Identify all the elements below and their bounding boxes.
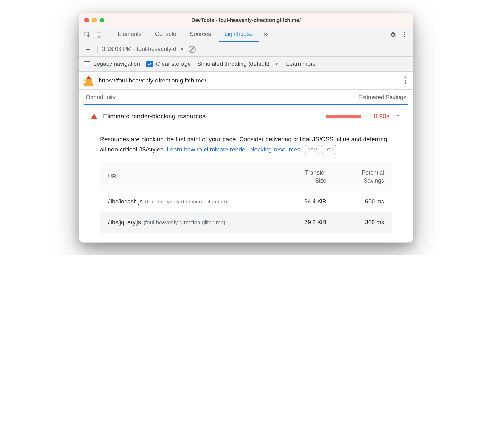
audit-title: Eliminate render-blocking resources: [103, 113, 206, 120]
row-size: 79.2 KiB: [275, 219, 326, 226]
titlebar: DevTools - foul-heavenly-direction.glitc…: [79, 13, 413, 27]
audit-row[interactable]: Eliminate render-blocking resources 0.90…: [84, 104, 408, 128]
legacy-navigation-checkbox[interactable]: [84, 61, 90, 67]
row-host: (foul-heavenly-direction.glitch.me): [145, 199, 227, 205]
legacy-navigation-label: Legacy navigation: [93, 61, 140, 67]
svg-point-3: [404, 32, 405, 33]
audit-desc-dot: .: [300, 146, 302, 153]
clear-storage-option[interactable]: Clear storage: [146, 61, 191, 67]
clear-storage-label: Clear storage: [156, 61, 191, 67]
tab-sources[interactable]: Sources: [184, 27, 217, 42]
table-row: /libs/jquery.js(foul-heavenly-direction.…: [100, 212, 392, 233]
savings-heading: Estimated Savings: [358, 94, 406, 101]
metric-pill-lcp: LCP: [322, 145, 336, 154]
th-transfer: TransferSize: [275, 169, 326, 185]
new-report-button[interactable]: ＋: [83, 45, 93, 54]
row-savings: 600 ms: [326, 198, 384, 205]
lighthouse-icon: [84, 75, 93, 86]
settings-icon[interactable]: [388, 30, 398, 39]
row-path: /libs/jquery.js: [108, 219, 141, 226]
row-path: /libs/lodash.js: [108, 198, 143, 205]
page-url: https://foul-heavenly-direction.glitch.m…: [99, 77, 398, 84]
device-toolbar-icon[interactable]: [94, 30, 104, 39]
svg-point-5: [404, 36, 405, 37]
svg-point-2: [99, 36, 99, 37]
minimize-icon[interactable]: [92, 18, 97, 22]
tab-lighthouse[interactable]: Lighthouse: [219, 27, 259, 42]
lighthouse-toolbar: ＋ 3:18:06 PM - foul-heavenly-di ▼: [79, 42, 413, 57]
legacy-navigation-option[interactable]: Legacy navigation: [84, 61, 140, 67]
report-url-row: https://foul-heavenly-direction.glitch.m…: [79, 72, 413, 90]
opportunity-heading: Opportunity: [86, 94, 116, 101]
row-url: /libs/jquery.js(foul-heavenly-direction.…: [108, 219, 275, 226]
row-size: 94.4 KiB: [275, 198, 326, 205]
chevron-down-icon: ▼: [180, 47, 184, 52]
learn-more-link[interactable]: Learn more: [286, 61, 316, 67]
row-savings: 300 ms: [326, 219, 384, 226]
panel-tabbar: Elements Console Sources Lighthouse: [79, 27, 413, 42]
row-url: /libs/lodash.js(foul-heavenly-direction.…: [108, 198, 275, 205]
chevron-up-icon: [395, 113, 401, 120]
more-tabs-icon[interactable]: [260, 30, 270, 39]
th-potential: PotentialSavings: [326, 169, 384, 185]
close-icon[interactable]: [84, 18, 89, 22]
tab-elements[interactable]: Elements: [112, 27, 147, 42]
opportunity-section-header: Opportunity Estimated Savings: [79, 90, 413, 104]
table-header: URL TransferSize PotentialSavings: [100, 162, 392, 191]
window-title: DevTools - foul-heavenly-direction.glitc…: [79, 17, 413, 23]
audit-savings: 0.90s: [367, 113, 390, 120]
tab-console[interactable]: Console: [149, 27, 182, 42]
svg-point-4: [404, 34, 405, 35]
maximize-icon[interactable]: [100, 18, 104, 22]
traffic-lights: [84, 18, 104, 22]
divider: [97, 46, 98, 53]
clear-report-icon[interactable]: [189, 46, 196, 53]
report-select-label: 3:18:06 PM - foul-heavenly-di: [102, 46, 178, 53]
resources-table: URL TransferSize PotentialSavings /libs/…: [100, 162, 392, 233]
row-host: (foul-heavenly-direction.glitch.me): [144, 220, 225, 226]
audit-desc-link[interactable]: Learn how to eliminate render-blocking r…: [167, 146, 300, 153]
kebab-menu-icon[interactable]: [400, 30, 409, 39]
th-url: URL: [108, 173, 275, 180]
audit-description: Resources are blocking the first paint o…: [79, 132, 413, 162]
table-row: /libs/lodash.js(foul-heavenly-direction.…: [100, 191, 392, 212]
devtools-window: DevTools - foul-heavenly-direction.glitc…: [79, 13, 413, 243]
savings-bar: [326, 115, 361, 118]
fail-triangle-icon: [91, 114, 97, 119]
report-select[interactable]: 3:18:06 PM - foul-heavenly-di ▼: [102, 46, 184, 53]
report-menu-icon[interactable]: [403, 75, 408, 86]
lighthouse-options: Legacy navigation Clear storage Simulate…: [79, 57, 413, 72]
divider: [108, 31, 108, 39]
metric-pill-fcp: FCP: [305, 145, 319, 154]
throttling-label: Simulated throttling (default): [197, 61, 269, 67]
chevron-down-icon: ▼: [275, 62, 278, 66]
inspect-element-icon[interactable]: [83, 30, 92, 39]
throttling-select[interactable]: Simulated throttling (default): [197, 61, 269, 67]
clear-storage-checkbox[interactable]: [146, 61, 153, 67]
